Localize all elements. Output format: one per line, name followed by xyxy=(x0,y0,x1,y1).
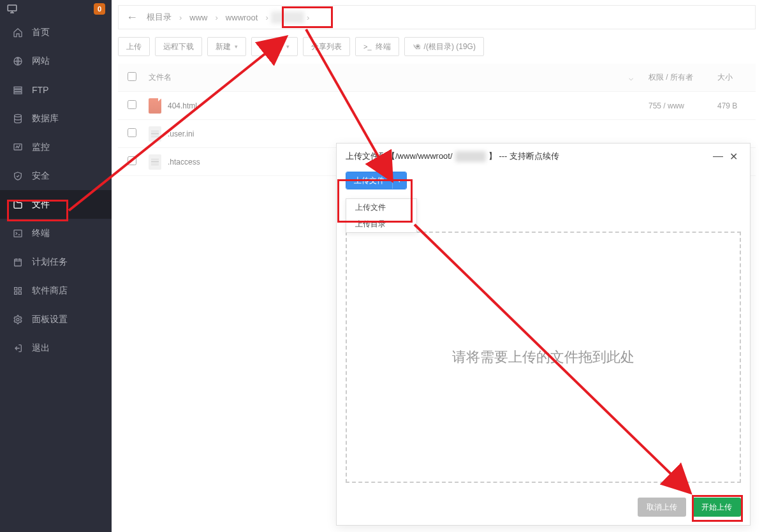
sidebar-item-label: 退出 xyxy=(32,343,50,354)
row-checkbox[interactable] xyxy=(118,100,146,111)
sidebar-item-label: 文件 xyxy=(32,199,50,211)
table-row[interactable]: 404.html755 / www479 B xyxy=(118,92,756,120)
root-disk-label: /(根目录) (19G) xyxy=(424,41,476,52)
sidebar-item-label: 软件商店 xyxy=(32,285,68,297)
breadcrumb: ← 根目录 › www › wwwroot › site › xyxy=(118,5,756,29)
dropdown-upload-dir[interactable]: 上传目录 xyxy=(346,216,416,232)
modal-title-suffix: 】 --- 支持断点续传 xyxy=(488,151,559,162)
row-checkbox[interactable] xyxy=(118,156,146,167)
sidebar-item-ftp[interactable]: FTP xyxy=(0,75,112,104)
chevron-right-icon: › xyxy=(304,13,312,22)
upload-button[interactable]: 上传 xyxy=(118,37,150,56)
upload-modal: 上传文件到【/www/wwwroot/site】 --- 支持断点续传 — ✕ … xyxy=(336,143,751,526)
sidebar-item-files[interactable]: 文件 xyxy=(0,190,112,219)
col-size[interactable]: 大小 xyxy=(717,72,756,83)
crumb-www[interactable]: www xyxy=(184,13,212,22)
sidebar-item-label: 监控 xyxy=(32,142,50,153)
filename-text: .htaccess xyxy=(168,158,200,166)
terminal-label: 终端 xyxy=(376,41,391,52)
root-disk-button[interactable]: 🖲/(根目录) (19G) xyxy=(404,37,484,56)
row-checkbox[interactable] xyxy=(118,128,146,139)
row-filename[interactable]: 404.html xyxy=(146,98,618,114)
sidebar-item-monitor[interactable]: 监控 xyxy=(0,133,112,161)
fav-label: 收藏夹 xyxy=(260,41,282,52)
sidebar-item-site[interactable]: 网站 xyxy=(0,47,112,75)
dropdown-upload-file[interactable]: 上传文件 xyxy=(346,199,416,216)
svg-rect-4 xyxy=(14,92,22,94)
sidebar-item-safe[interactable]: 安全 xyxy=(0,161,112,190)
col-filename[interactable]: 文件名 xyxy=(146,72,618,83)
new-label: 新建 xyxy=(216,41,231,52)
start-upload-button[interactable]: 开始上传 xyxy=(692,498,741,517)
table-header: 文件名 ⌵ 权限 / 所有者 大小 xyxy=(118,64,756,92)
cancel-upload-button[interactable]: 取消上传 xyxy=(638,498,686,517)
notification-badge[interactable]: 0 xyxy=(94,3,105,15)
svg-rect-7 xyxy=(14,230,22,237)
settings-icon xyxy=(13,314,23,325)
logout-icon xyxy=(13,343,23,353)
home-icon xyxy=(13,27,23,38)
sidebar-item-cron[interactable]: 计划任务 xyxy=(0,248,112,276)
upload-dropdown-toggle[interactable]: ▾ xyxy=(392,172,406,189)
sidebar-item-label: 面板设置 xyxy=(32,314,68,325)
new-button[interactable]: 新建▾ xyxy=(207,37,246,56)
select-all[interactable] xyxy=(118,72,146,83)
share-list-button[interactable]: 分享列表 xyxy=(303,37,350,56)
site-icon xyxy=(13,56,23,66)
remote-download-button[interactable]: 远程下载 xyxy=(155,37,202,56)
upload-file-button[interactable]: 上传文件 xyxy=(346,172,392,189)
modal-title-prefix: 上传文件到【/www/wwwroot/ xyxy=(346,151,453,162)
modal-title-site: site xyxy=(455,151,486,162)
terminal-button[interactable]: >_终端 xyxy=(355,37,399,56)
svg-rect-3 xyxy=(14,89,22,91)
html-file-icon xyxy=(149,98,161,114)
filename-text: 404.html xyxy=(168,101,197,110)
svg-rect-2 xyxy=(14,87,22,89)
dropzone[interactable]: 请将需要上传的文件拖到此处 xyxy=(346,232,741,483)
terminal-icon: >_ xyxy=(363,43,372,50)
sidebar-item-settings[interactable]: 面板设置 xyxy=(0,305,112,334)
txt-file-icon xyxy=(149,154,161,170)
sort-icon[interactable]: ⌵ xyxy=(618,73,643,82)
back-icon[interactable]: ← xyxy=(122,11,142,24)
crumb-root[interactable]: 根目录 xyxy=(142,11,177,23)
crumb-sitename[interactable]: site xyxy=(271,11,304,24)
sidebar-item-label: 终端 xyxy=(32,228,50,239)
col-permissions[interactable]: 权限 / 所有者 xyxy=(643,72,717,83)
modal-header: 上传文件到【/www/wwwroot/site】 --- 支持断点续传 — ✕ xyxy=(337,144,750,169)
term-icon xyxy=(13,228,23,239)
chevron-right-icon: › xyxy=(213,13,221,22)
row-filename[interactable]: .user.ini xyxy=(146,126,618,142)
svg-rect-12 xyxy=(18,292,21,294)
svg-point-13 xyxy=(17,318,19,321)
sidebar-item-term[interactable]: 终端 xyxy=(0,219,112,248)
svg-rect-9 xyxy=(15,287,17,290)
svg-rect-11 xyxy=(15,292,17,294)
favorites-button[interactable]: 收藏夹▾ xyxy=(251,37,298,56)
toolbar: 上传 远程下载 新建▾ 收藏夹▾ 分享列表 >_终端 🖲/(根目录) (19G) xyxy=(118,37,756,56)
sidebar-item-label: 计划任务 xyxy=(32,256,68,268)
minimize-icon[interactable]: — xyxy=(710,151,726,162)
sidebar-item-label: 首页 xyxy=(32,27,50,38)
cron-icon xyxy=(13,257,23,267)
modal-footer: 取消上传 开始上传 xyxy=(337,489,750,525)
sidebar-item-logout[interactable]: 退出 xyxy=(0,334,112,362)
svg-rect-10 xyxy=(18,287,21,290)
monitor-icon xyxy=(6,3,18,15)
sidebar: 0 首页网站FTP数据库监控安全文件终端计划任务软件商店面板设置退出 xyxy=(0,0,112,532)
svg-point-5 xyxy=(15,114,22,117)
svg-rect-8 xyxy=(15,259,22,266)
chevron-right-icon: › xyxy=(263,13,270,22)
safe-icon xyxy=(13,171,23,181)
modal-title: 上传文件到【/www/wwwroot/site】 --- 支持断点续传 xyxy=(346,151,710,162)
sidebar-item-home[interactable]: 首页 xyxy=(0,18,112,47)
sidebar-item-label: FTP xyxy=(32,85,48,95)
sidebar-item-db[interactable]: 数据库 xyxy=(0,104,112,133)
chevron-down-icon: ▾ xyxy=(235,43,238,50)
sidebar-top: 0 xyxy=(0,0,112,18)
sidebar-item-store[interactable]: 软件商店 xyxy=(0,276,112,305)
store-icon xyxy=(13,286,23,296)
close-icon[interactable]: ✕ xyxy=(726,151,741,163)
row-permissions: 755 / www xyxy=(643,101,717,110)
crumb-wwwroot[interactable]: wwwroot xyxy=(221,13,263,22)
